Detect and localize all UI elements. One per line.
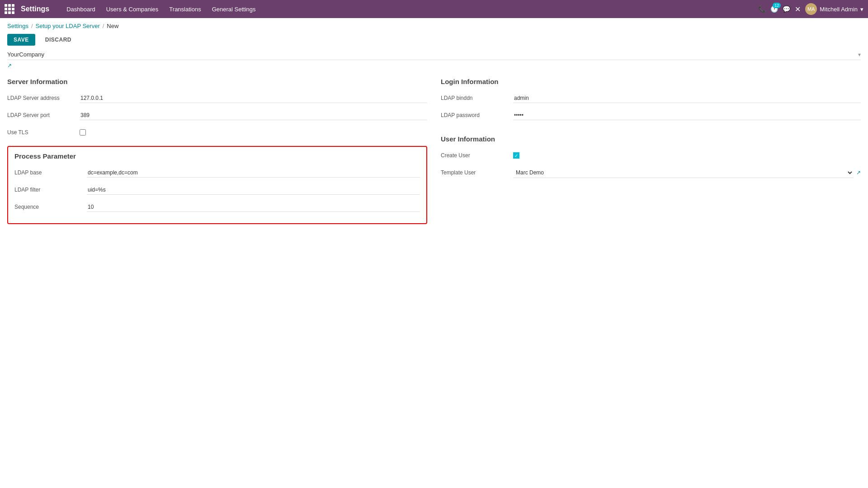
breadcrumb-sep-1: / xyxy=(31,23,33,29)
ldap-server-address-label: LDAP Server address xyxy=(7,95,80,101)
template-user-field: Marc Demo ↗ xyxy=(513,168,861,178)
ldap-server-port-label: LDAP Server port xyxy=(7,112,80,118)
breadcrumb-sep-2: / xyxy=(103,23,104,29)
right-col: Login Information LDAP binddn LDAP passw… xyxy=(441,78,861,224)
ldap-binddn-label: LDAP binddn xyxy=(441,95,513,101)
user-avatar: MA xyxy=(805,3,817,15)
ldap-base-label: LDAP base xyxy=(14,169,87,176)
topbar-right: 📞 🕐 12 💬 ✕ MA Mitchell Admin ▾ xyxy=(758,3,863,15)
sequence-label: Sequence xyxy=(14,204,87,210)
server-info-col: Server Information LDAP Server address L… xyxy=(7,78,427,224)
template-user-select[interactable]: Marc Demo xyxy=(513,168,854,178)
template-user-row: Template User Marc Demo ↗ xyxy=(441,166,861,179)
ldap-binddn-row: LDAP binddn xyxy=(441,92,861,104)
breadcrumb-setup[interactable]: Setup your LDAP Server xyxy=(36,23,100,29)
use-tls-row: Use TLS xyxy=(7,126,427,139)
ldap-base-input[interactable] xyxy=(87,168,420,178)
user-name: Mitchell Admin xyxy=(820,6,858,13)
company-name[interactable]: YourCompany xyxy=(7,51,44,58)
user-info-section: User Information Create User ✓ Template … xyxy=(441,135,861,179)
template-user-external-link-icon[interactable]: ↗ xyxy=(856,169,861,176)
nav-users-companies[interactable]: Users & Companies xyxy=(102,3,163,15)
nav-general-settings[interactable]: General Settings xyxy=(208,3,260,15)
ldap-binddn-input[interactable] xyxy=(513,94,861,103)
ldap-server-port-input[interactable] xyxy=(80,111,427,120)
main-nav: Dashboard Users & Companies Translations… xyxy=(62,3,260,15)
ldap-server-port-row: LDAP Server port xyxy=(7,109,427,122)
main-content: YourCompany ▾ ↗ Server Information LDAP … xyxy=(0,51,868,224)
checkmark-icon: ✓ xyxy=(514,153,518,158)
ldap-server-address-input[interactable] xyxy=(80,94,427,103)
notification-icon[interactable]: 🕐 12 xyxy=(770,5,778,13)
apps-icon[interactable] xyxy=(5,4,14,14)
create-user-checkbox[interactable]: ✓ xyxy=(513,152,519,159)
ldap-password-label: LDAP password xyxy=(441,112,513,118)
template-user-label: Template User xyxy=(441,169,513,176)
chat-icon[interactable]: 💬 xyxy=(783,5,790,13)
action-bar: SAVE DISCARD xyxy=(0,31,868,51)
ldap-base-row: LDAP base xyxy=(14,166,420,179)
notification-badge: 12 xyxy=(773,3,781,8)
login-info-title: Login Information xyxy=(441,78,861,85)
user-info-title: User Information xyxy=(441,135,861,143)
breadcrumb-settings[interactable]: Settings xyxy=(7,23,28,29)
nav-dashboard[interactable]: Dashboard xyxy=(62,3,100,15)
topbar: Settings Dashboard Users & Companies Tra… xyxy=(0,0,868,18)
company-selector-row: YourCompany ▾ xyxy=(7,51,861,60)
ldap-password-row: LDAP password xyxy=(441,109,861,122)
use-tls-label: Use TLS xyxy=(7,129,80,136)
process-param-section: Process Parameter LDAP base LDAP filter … xyxy=(7,146,427,224)
company-chevron: ▾ xyxy=(858,52,861,58)
ldap-filter-label: LDAP filter xyxy=(14,187,87,193)
server-info-title: Server Information xyxy=(7,78,427,85)
create-user-row: Create User ✓ xyxy=(441,149,861,162)
use-tls-checkbox[interactable] xyxy=(80,129,86,136)
ldap-password-input[interactable] xyxy=(513,111,861,120)
ldap-filter-input[interactable] xyxy=(87,185,420,195)
ldap-filter-row: LDAP filter xyxy=(14,183,420,196)
two-col-layout: Server Information LDAP Server address L… xyxy=(7,78,861,224)
user-chevron: ▾ xyxy=(860,6,863,13)
breadcrumb: Settings / Setup your LDAP Server / New xyxy=(0,18,868,31)
discard-button[interactable]: DISCARD xyxy=(39,34,78,46)
save-button[interactable]: SAVE xyxy=(7,34,35,46)
user-menu[interactable]: MA Mitchell Admin ▾ xyxy=(805,3,863,15)
close-icon[interactable]: ✕ xyxy=(795,5,801,14)
sequence-input[interactable] xyxy=(87,202,420,212)
create-user-label: Create User xyxy=(441,152,513,159)
nav-translations[interactable]: Translations xyxy=(165,3,205,15)
process-param-title: Process Parameter xyxy=(14,152,420,160)
company-external-link-icon[interactable]: ↗ xyxy=(7,62,12,69)
sequence-row: Sequence xyxy=(14,201,420,213)
phone-icon[interactable]: 📞 xyxy=(758,5,766,13)
breadcrumb-current: New xyxy=(107,23,118,29)
app-title: Settings xyxy=(21,5,49,13)
ldap-server-address-row: LDAP Server address xyxy=(7,92,427,104)
topbar-left: Settings Dashboard Users & Companies Tra… xyxy=(5,3,260,15)
